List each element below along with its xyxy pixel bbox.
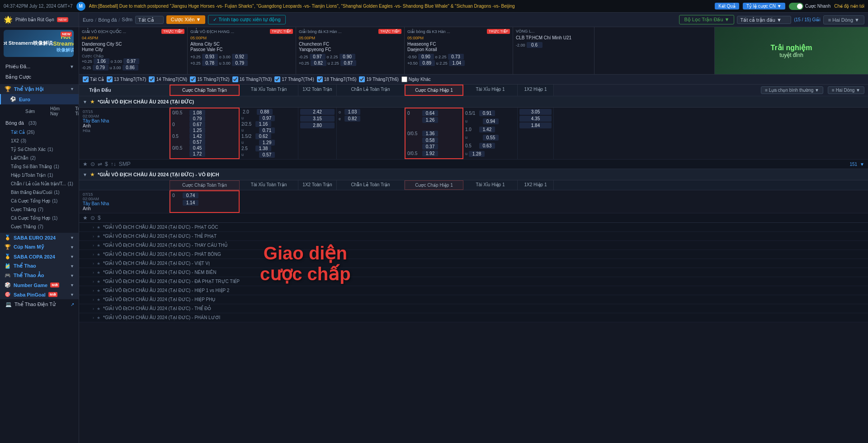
filter-18-th7[interactable]: 18 Tháng7(Th5) [317,76,357,82]
trinh-tao-button[interactable]: ✓ Trình tạo cược xiên tự động [208,15,285,24]
match-2-info: 07/15 02:00AM Tây Ban Nha Anh [79,190,170,213]
sidebar-the-van-hoi-label: Thể Vận Hội [14,86,44,92]
hai-dong-button[interactable]: ≡ Hai Dòng ▼ [823,15,864,24]
sidebar-cup-nam-my[interactable]: 🏆 Cúp Nam Mỹ ▼ [0,242,79,252]
filter-ngay-khac[interactable]: Ngày Khác [401,76,431,82]
right-banner[interactable]: Trải nghiệm tuyệt đỉnh [714,27,868,74]
sub-match-9[interactable]: › ★ *GIẢI VÔ ĐỊCH CHÂU ÂU 2024 (TẠI ĐỨC)… [79,304,868,313]
refresh-action[interactable]: ⇌ [98,161,102,167]
live-match-2[interactable]: GIẢI VÔ ĐỊCH HANG ... TRỰC TIẾP 05:00PM … [188,27,296,74]
sidebar-item-bong-da[interactable]: Bóng đá (33) [0,118,79,128]
team1-name[interactable]: Tây Ban Nha [83,118,165,123]
chan-le-toan-tran-data: o 1.03 e 0.82 [337,108,405,159]
dollar-action[interactable]: $ [105,161,108,167]
sub-match-8[interactable]: › ★ *GIẢI VÔ ĐỊCH CHÂU ÂU 2024 (TẠI ĐỨC)… [79,295,868,304]
match-group-euro-2024: ▼ ★ *GIẢI VÔ ĐỊCH CHÂU ÂU 2024 (TẠI ĐỨC)… [79,96,868,169]
sort-action[interactable]: ↑↓ [111,161,116,167]
cuoc-xien-button[interactable]: Cược Xiên ▼ [166,15,205,24]
filter-16-checkbox[interactable] [232,76,238,82]
sub-match-2[interactable]: › ★ *GIẢI VÔ ĐỊCH CHÂU ÂU 2024 (TẠI ĐỨC)… [79,241,868,250]
sub-match-10[interactable]: › ★ *GIẢI VÔ ĐỊCH CHÂU ÂU 2024 (TẠI ĐỨC)… [79,313,868,322]
sidebar-the-van-hoi[interactable]: 🏆 Thể Vận Hội ▼ [0,84,79,94]
filter-19-checkbox[interactable] [359,76,365,82]
sidebar-the-thao-ao[interactable]: 🎮 Thể Thao Ảo ▼ [0,271,79,280]
sidebar-1x2[interactable]: 1X2 (3) [0,137,79,145]
live-match-1[interactable]: GIẢI VÔ ĐỊCH QUỐC ... TRỰC TIẾP 04:45PM … [79,27,188,74]
ket-qua-button[interactable]: Kết Quả [715,3,739,9]
match-1-actions: ★ ⊙ ⇌ $ ↑↓ SMP 151 ▼ [79,160,868,169]
filter-15-checkbox[interactable] [190,76,196,82]
sidebar-ban-thang[interactable]: Bàn thắng Đầu/Cuối (1) [0,188,79,197]
sub-match-7[interactable]: › ★ *GIẢI VÔ ĐỊCH CHÂU ÂU 2024 (TẠI ĐỨC)… [79,286,868,295]
tat-ca-select[interactable]: Tất Cả [135,16,164,24]
sidebar-saba-copa[interactable]: 🥇 SABA COPA 2024 ▼ [0,252,79,261]
match-group-header-2[interactable]: ▼ ★ *GIẢI VÔ ĐỊCH CHÂU ÂU 2024 (TẠI ĐỨC)… [79,169,868,180]
sidebar-cuoc-thang[interactable]: Cược Thắng (7) [0,205,79,214]
sidebar-tong-so[interactable]: Tổng Số Bàn Thắng (1) [0,162,79,171]
sidebar-item-bang-cuoc[interactable]: Bảng Cược [0,72,79,82]
sidebar-ty-so[interactable]: Tỷ Số Chính Xác (1) [0,145,79,154]
bo-loc-button[interactable]: Bộ Lọc Trận Đấu ▼ [679,15,734,24]
live-match-5[interactable]: VÒNG L... CLB TP.HCM Chí Minh U21 -2.00 … [513,27,594,74]
match-group-vo-dich: ▼ ★ *GIẢI VÔ ĐỊCH CHÂU ÂU 2024 (TẠI ĐỨC)… [79,169,868,223]
sidebar-le-chan[interactable]: Lẻ/Chẵn (2) [0,154,79,162]
sidebar-ca-cuoc-tong-hop2[interactable]: Cá Cược Tổng Hợp (1) [0,214,79,222]
sub-match-0[interactable]: › ★ *GIẢI VÔ ĐỊCH CHÂU ÂU 2024 (TẠI ĐỨC)… [79,223,868,232]
filter-tat-ca-checkbox[interactable] [83,76,89,82]
live-match-3[interactable]: Giải bóng đá K3 Hàn ... TRỰC TIẾP 05:00P… [296,27,405,74]
sidebar-the-thao[interactable]: 🎽 Thể Thao ▼ [0,261,79,271]
filter-tat-ca[interactable]: Tất Cả [83,76,104,82]
sidebar-ca-cuoc-tong-hop[interactable]: Cá Cược Tổng Hợp (1) [0,197,79,205]
sidebar-tat-ca[interactable]: Tất Cả (26) [0,128,79,137]
star-action[interactable]: ★ [83,161,88,167]
filter-17-checkbox[interactable] [274,76,280,82]
star-action-2[interactable]: ★ [83,215,88,221]
live-match-4[interactable]: Giải bóng đá K3 Hàn ... TRỰC TIẾP 05:00P… [405,27,513,74]
sidebar-chan-le[interactable]: Chẵn / Lẻ của Nửa trận/T... (1) [0,179,79,188]
sidebar-hom-nay[interactable]: Hôm Nay [39,104,64,118]
sidebar-item-phieu-da[interactable]: Phiếu Đã... ▼ [0,61,79,72]
hai-dong-table-btn[interactable]: ≡ Hai Dòng ▼ [828,86,864,94]
lua-chon-btn[interactable]: ≡ Lựa chọn bình thường ▼ [761,86,823,94]
sub-match-1[interactable]: › ★ *GIẢI VÔ ĐỊCH CHÂU ÂU 2024 (TẠI ĐỨC)… [79,232,868,241]
filter-14-checkbox[interactable] [149,76,155,82]
sidebar-number-game[interactable]: 🎲 Number Game Mới ▼ [0,280,79,290]
smp-action[interactable]: SMP [119,161,131,167]
filter-19-th7[interactable]: 19 Tháng7(Th6) [359,76,399,82]
eye-action-2[interactable]: ⊙ [90,215,95,221]
sidebar-saba-pingoal[interactable]: 🎯 Saba PinGoal Mới ▼ [0,290,79,299]
cuoc-nhanh-switch[interactable] [789,3,803,10]
breadcrumb-euro: Euro [83,17,93,23]
sidebar-saba-euro[interactable]: 🏅 SABA EURO 2024 ▼ [0,233,79,242]
sidebar-the-thao-dien-tu[interactable]: 💻 Thể Thao Điện Tử ↗ [0,299,79,310]
sidebar-logo-galaxy[interactable]: Hot Streamer 映像解说 NEW [4,30,74,57]
sidebar-hiep1[interactable]: Hiệp 1/Toàn Trận (1) [0,171,79,179]
filter-14-th7[interactable]: 14 Tháng7(CN) [149,76,187,82]
filter-13-th7[interactable]: 13 Tháng7(Th7) [107,76,146,82]
match-group-header-1[interactable]: ▼ ★ *GIẢI VÔ ĐỊCH CHÂU ÂU 2024 (TẠI ĐỨC) [79,96,868,108]
filter-18-checkbox[interactable] [317,76,323,82]
eye-action[interactable]: ⊙ [90,161,95,167]
sub-match-6[interactable]: › ★ *GIẢI VÔ ĐỊCH CHÂU ÂU 2024 (TẠI ĐỨC)… [79,277,868,286]
sub-match-5[interactable]: › ★ *GIẢI VÔ ĐỊCH CHÂU ÂU 2024 (TẠI ĐỨC)… [79,268,868,277]
filter-17-th7[interactable]: 17 Tháng7(Th4) [274,76,314,82]
filter-ngay-khac-checkbox[interactable] [401,76,407,82]
match2-team1[interactable]: Tây Ban Nha [83,201,165,206]
ty-le-cuoc-button[interactable]: Tỷ lệ cược CN ▼ [743,3,785,9]
match2-team2[interactable]: Anh [83,206,165,211]
sub-match-4[interactable]: › ★ *GIẢI VÔ ĐỊCH CHÂU ÂU 2024 (TẠI ĐỨC)… [79,259,868,268]
filter-select[interactable]: Tất cả trận đấu ▼ [737,16,791,24]
team2-name[interactable]: Anh [83,123,165,128]
sidebar-cuoc-thang2[interactable]: Cược Thắng (7) [0,222,79,231]
sidebar-header-label: Phiên bản Rút Gọn [15,17,54,22]
dollar-action-2[interactable]: $ [98,215,101,221]
sub-match-3[interactable]: › ★ *GIẢI VÔ ĐỊCH CHÂU ÂU 2024 (TẠI ĐỨC)… [79,250,868,259]
filter-15-th7[interactable]: 15 Tháng7(Th2) [190,76,230,82]
filter-13-checkbox[interactable] [107,76,113,82]
sidebar-item-euro[interactable]: ⚽ Euro [0,94,79,104]
filter-16-th7[interactable]: 16 Tháng7(Th3) [232,76,272,82]
x12-toan-tran-data: 2.42 3.15 2.80 [298,108,337,159]
sidebar-truc-tiep[interactable]: Trực Tiếp [64,104,79,118]
cuoc-nhanh-toggle[interactable]: Cược Nhanh [789,3,830,10]
sidebar-som[interactable]: Sớm [14,104,39,118]
